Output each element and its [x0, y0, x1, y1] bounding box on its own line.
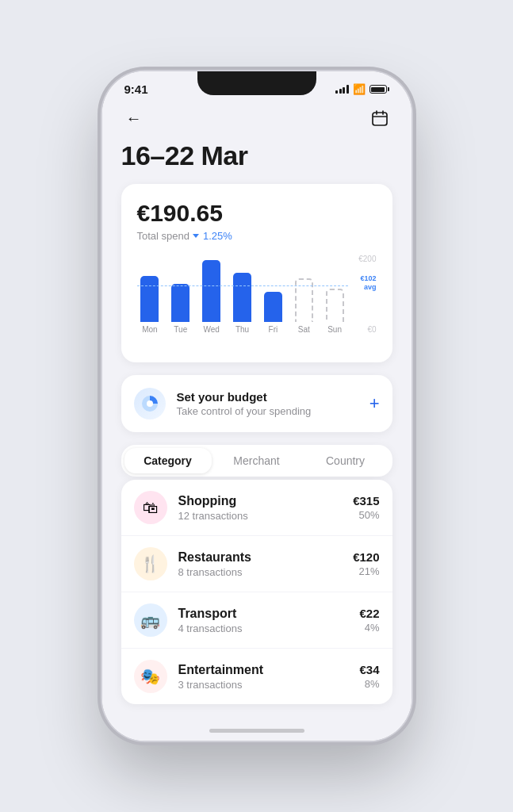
transport-transactions: 4 transactions	[178, 622, 349, 634]
entertainment-icon: 🎭	[134, 660, 167, 693]
calendar-icon	[371, 109, 389, 127]
calendar-button[interactable]	[367, 105, 392, 131]
date-heading: 16–22 Mar	[121, 140, 392, 171]
shopping-amounts: €315 50%	[353, 494, 379, 521]
tab-country[interactable]: Country	[302, 448, 389, 473]
bar-wed-fill	[202, 260, 220, 322]
bar-fri-label: Fri	[269, 325, 278, 334]
entertainment-details: Entertainment 3 transactions	[178, 663, 349, 691]
bar-tue-fill	[171, 284, 190, 322]
shopping-percent: 50%	[353, 509, 379, 521]
budget-banner[interactable]: Set your budget Take control of your spe…	[121, 375, 392, 432]
shopping-icon: 🛍	[134, 491, 167, 524]
signal-icon	[335, 85, 349, 94]
entertainment-transactions: 3 transactions	[178, 679, 349, 691]
shopping-name: Shopping	[178, 494, 343, 508]
budget-title: Set your budget	[177, 390, 358, 404]
status-time: 9:41	[124, 82, 148, 96]
list-item[interactable]: 🍴 Restaurants 8 transactions €120 21%	[121, 536, 392, 592]
main-content: ← 16–22 Mar €190.65	[102, 99, 412, 733]
transport-percent: 4%	[359, 622, 379, 634]
bar-fri-fill	[264, 292, 282, 322]
budget-icon	[134, 388, 166, 419]
bar-sat-label: Sat	[298, 325, 310, 334]
transport-name: Transport	[178, 607, 349, 621]
total-label-text: Total spend	[137, 230, 190, 242]
bar-sun: Sun	[322, 259, 348, 334]
shopping-amount: €315	[353, 494, 379, 508]
transport-amounts: €22 4%	[359, 607, 379, 634]
chart-label-0: €0	[367, 325, 376, 334]
pie-chart-icon	[140, 394, 159, 413]
restaurants-amount: €120	[353, 550, 379, 564]
bar-tue-label: Tue	[174, 325, 187, 334]
restaurants-percent: 21%	[353, 565, 379, 577]
budget-subtitle: Take control of your spending	[177, 405, 358, 417]
transport-icon: 🚌	[134, 603, 167, 637]
bar-thu-fill	[233, 273, 251, 322]
restaurants-name: Restaurants	[178, 550, 343, 565]
list-item[interactable]: 🎭 Entertainment 3 transactions €34 8%	[121, 649, 392, 704]
entertainment-amount: €34	[359, 663, 379, 676]
bar-sun-label: Sun	[327, 325, 342, 334]
bar-wed: Wed	[198, 259, 224, 334]
chart-grid: €200 €0	[358, 255, 376, 334]
bar-sat: Sat	[291, 259, 317, 334]
restaurants-details: Restaurants 8 transactions	[178, 550, 343, 578]
list-item[interactable]: 🚌 Transport 4 transactions €22 4%	[121, 592, 392, 649]
total-label: Total spend 1.25%	[137, 230, 377, 242]
bar-thu: Thu	[229, 259, 255, 334]
avg-label: €102avg	[360, 274, 376, 292]
restaurants-icon: 🍴	[134, 547, 167, 580]
tab-merchant[interactable]: Merchant	[213, 448, 301, 473]
bar-wed-label: Wed	[203, 325, 219, 334]
entertainment-name: Entertainment	[178, 663, 349, 677]
transport-details: Transport 4 transactions	[178, 607, 349, 634]
bar-mon-label: Mon	[142, 325, 157, 334]
restaurants-amounts: €120 21%	[353, 550, 379, 577]
category-list: 🛍 Shopping 12 transactions €315 50% 🍴	[121, 480, 392, 704]
category-tabs: Category Merchant Country	[121, 445, 392, 477]
entertainment-percent: 8%	[359, 678, 379, 690]
status-icons: 📶	[335, 84, 389, 95]
bar-fri: Fri	[260, 259, 286, 334]
chart-bars: Mon Tue	[137, 255, 348, 334]
bar-tue: Tue	[167, 259, 193, 334]
transport-amount: €22	[359, 607, 379, 620]
chart: €200 €0 €102avg	[137, 255, 377, 350]
shopping-details: Shopping 12 transactions	[178, 494, 343, 522]
entertainment-amounts: €34 8%	[359, 663, 379, 690]
total-amount: €190.65	[137, 200, 377, 227]
bar-mon: Mon	[137, 259, 163, 334]
budget-plus-button[interactable]: +	[369, 393, 380, 414]
restaurants-transactions: 8 transactions	[178, 566, 343, 578]
budget-text: Set your budget Take control of your spe…	[177, 390, 358, 417]
top-nav: ←	[121, 99, 392, 140]
shopping-transactions: 12 transactions	[178, 510, 343, 522]
bar-sun-fill	[326, 289, 344, 322]
wifi-icon: 📶	[353, 83, 366, 95]
back-button[interactable]: ←	[121, 105, 147, 131]
svg-rect-0	[373, 113, 387, 125]
bar-mon-fill	[140, 276, 159, 322]
battery-icon	[369, 85, 389, 94]
chart-label-200: €200	[358, 255, 376, 263]
down-arrow-icon	[193, 234, 199, 238]
list-item[interactable]: 🛍 Shopping 12 transactions €315 50%	[121, 480, 392, 536]
bar-thu-label: Thu	[235, 325, 249, 334]
svg-point-4	[147, 400, 153, 407]
change-badge: 1.25%	[203, 230, 232, 242]
tab-category[interactable]: Category	[124, 448, 212, 473]
avg-line	[137, 285, 348, 286]
spend-card: €190.65 Total spend 1.25% €200 €0	[121, 184, 392, 362]
home-indicator	[209, 729, 304, 733]
